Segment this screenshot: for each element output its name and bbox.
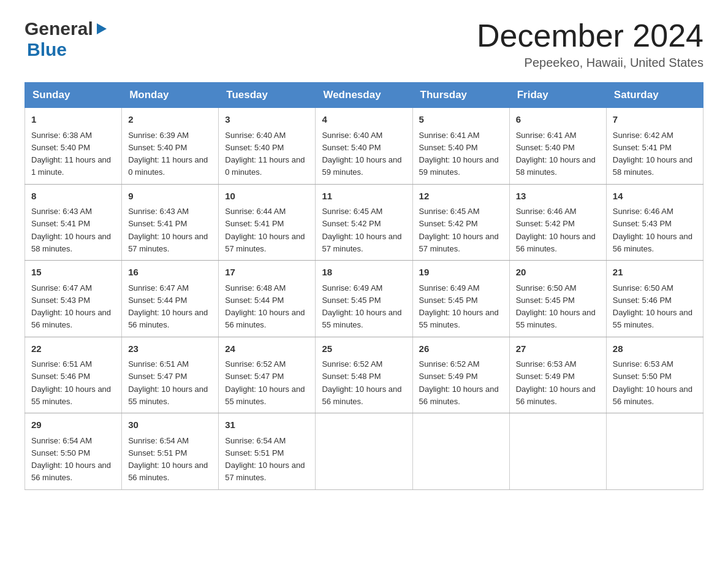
day-number: 12	[419, 190, 503, 204]
weekday-header-saturday: Saturday	[606, 83, 703, 108]
day-info: Sunrise: 6:38 AMSunset: 5:40 PMDaylight:…	[31, 131, 111, 177]
day-info: Sunrise: 6:54 AMSunset: 5:51 PMDaylight:…	[128, 436, 208, 483]
day-number: 11	[322, 190, 406, 204]
day-info: Sunrise: 6:45 AMSunset: 5:42 PMDaylight:…	[419, 207, 499, 253]
week-row-1: 1Sunrise: 6:38 AMSunset: 5:40 PMDaylight…	[25, 108, 703, 185]
day-cell-12: 12Sunrise: 6:45 AMSunset: 5:42 PMDayligh…	[412, 184, 509, 261]
day-cell-14: 14Sunrise: 6:46 AMSunset: 5:43 PMDayligh…	[606, 184, 703, 261]
empty-cell	[606, 413, 703, 490]
calendar-table: SundayMondayTuesdayWednesdayThursdayFrid…	[25, 82, 703, 490]
day-number: 29	[31, 418, 115, 432]
day-cell-26: 26Sunrise: 6:52 AMSunset: 5:49 PMDayligh…	[412, 337, 509, 413]
day-cell-29: 29Sunrise: 6:54 AMSunset: 5:50 PMDayligh…	[25, 413, 122, 490]
day-info: Sunrise: 6:46 AMSunset: 5:42 PMDaylight:…	[516, 207, 596, 253]
day-cell-31: 31Sunrise: 6:54 AMSunset: 5:51 PMDayligh…	[219, 413, 316, 490]
day-number: 5	[419, 113, 503, 127]
weekday-header-friday: Friday	[509, 83, 606, 108]
day-info: Sunrise: 6:51 AMSunset: 5:47 PMDaylight:…	[128, 359, 208, 406]
month-title: December 2024	[477, 18, 703, 53]
day-info: Sunrise: 6:49 AMSunset: 5:45 PMDaylight:…	[322, 283, 401, 330]
day-info: Sunrise: 6:41 AMSunset: 5:40 PMDaylight:…	[419, 131, 499, 177]
day-info: Sunrise: 6:54 AMSunset: 5:51 PMDaylight:…	[225, 436, 305, 483]
day-info: Sunrise: 6:53 AMSunset: 5:49 PMDaylight:…	[516, 359, 596, 406]
day-cell-18: 18Sunrise: 6:49 AMSunset: 5:45 PMDayligh…	[316, 261, 412, 337]
empty-cell	[316, 413, 412, 490]
day-info: Sunrise: 6:48 AMSunset: 5:44 PMDaylight:…	[225, 283, 305, 330]
day-info: Sunrise: 6:52 AMSunset: 5:48 PMDaylight:…	[322, 359, 401, 406]
day-info: Sunrise: 6:40 AMSunset: 5:40 PMDaylight:…	[322, 131, 401, 177]
day-cell-20: 20Sunrise: 6:50 AMSunset: 5:45 PMDayligh…	[509, 261, 606, 337]
day-cell-19: 19Sunrise: 6:49 AMSunset: 5:45 PMDayligh…	[412, 261, 509, 337]
week-row-4: 22Sunrise: 6:51 AMSunset: 5:46 PMDayligh…	[25, 337, 703, 413]
day-cell-13: 13Sunrise: 6:46 AMSunset: 5:42 PMDayligh…	[509, 184, 606, 261]
week-row-3: 15Sunrise: 6:47 AMSunset: 5:43 PMDayligh…	[25, 261, 703, 337]
day-number: 4	[322, 113, 406, 127]
day-number: 16	[128, 266, 212, 280]
day-number: 1	[31, 113, 115, 127]
logo-general: General	[25, 18, 93, 39]
day-cell-6: 6Sunrise: 6:41 AMSunset: 5:40 PMDaylight…	[509, 108, 606, 185]
day-cell-24: 24Sunrise: 6:52 AMSunset: 5:47 PMDayligh…	[219, 337, 316, 413]
svg-marker-0	[97, 23, 107, 34]
day-number: 2	[128, 113, 212, 127]
day-cell-21: 21Sunrise: 6:50 AMSunset: 5:46 PMDayligh…	[606, 261, 703, 337]
weekday-header-wednesday: Wednesday	[316, 83, 412, 108]
empty-cell	[509, 413, 606, 490]
day-info: Sunrise: 6:52 AMSunset: 5:47 PMDaylight:…	[225, 359, 305, 406]
logo-blue: Blue	[25, 39, 67, 59]
day-number: 18	[322, 266, 406, 280]
day-cell-16: 16Sunrise: 6:47 AMSunset: 5:44 PMDayligh…	[122, 261, 219, 337]
day-number: 7	[613, 113, 697, 127]
day-cell-22: 22Sunrise: 6:51 AMSunset: 5:46 PMDayligh…	[25, 337, 122, 413]
day-cell-11: 11Sunrise: 6:45 AMSunset: 5:42 PMDayligh…	[316, 184, 412, 261]
day-number: 22	[31, 342, 115, 356]
day-info: Sunrise: 6:50 AMSunset: 5:45 PMDaylight:…	[516, 283, 596, 330]
day-number: 15	[31, 266, 115, 280]
day-info: Sunrise: 6:50 AMSunset: 5:46 PMDaylight:…	[613, 283, 692, 330]
day-info: Sunrise: 6:47 AMSunset: 5:43 PMDaylight:…	[31, 283, 111, 330]
day-info: Sunrise: 6:54 AMSunset: 5:50 PMDaylight:…	[31, 436, 111, 483]
day-info: Sunrise: 6:53 AMSunset: 5:50 PMDaylight:…	[613, 359, 692, 406]
location: Pepeekeo, Hawaii, United States	[477, 56, 703, 70]
logo: General Blue	[25, 18, 108, 60]
day-cell-30: 30Sunrise: 6:54 AMSunset: 5:51 PMDayligh…	[122, 413, 219, 490]
day-number: 21	[613, 266, 697, 280]
day-info: Sunrise: 6:49 AMSunset: 5:45 PMDaylight:…	[419, 283, 499, 330]
day-cell-27: 27Sunrise: 6:53 AMSunset: 5:49 PMDayligh…	[509, 337, 606, 413]
day-info: Sunrise: 6:42 AMSunset: 5:41 PMDaylight:…	[613, 131, 692, 177]
day-number: 27	[516, 342, 600, 356]
day-info: Sunrise: 6:43 AMSunset: 5:41 PMDaylight:…	[31, 207, 111, 253]
day-cell-3: 3Sunrise: 6:40 AMSunset: 5:40 PMDaylight…	[219, 108, 316, 185]
day-cell-2: 2Sunrise: 6:39 AMSunset: 5:40 PMDaylight…	[122, 108, 219, 185]
day-number: 14	[613, 190, 697, 204]
day-number: 13	[516, 190, 600, 204]
day-number: 30	[128, 418, 212, 432]
day-info: Sunrise: 6:44 AMSunset: 5:41 PMDaylight:…	[225, 207, 305, 253]
day-info: Sunrise: 6:52 AMSunset: 5:49 PMDaylight:…	[419, 359, 499, 406]
day-info: Sunrise: 6:39 AMSunset: 5:40 PMDaylight:…	[128, 131, 208, 177]
day-cell-4: 4Sunrise: 6:40 AMSunset: 5:40 PMDaylight…	[316, 108, 412, 185]
day-info: Sunrise: 6:46 AMSunset: 5:43 PMDaylight:…	[613, 207, 692, 253]
day-number: 19	[419, 266, 503, 280]
weekday-header-sunday: Sunday	[25, 83, 122, 108]
day-cell-10: 10Sunrise: 6:44 AMSunset: 5:41 PMDayligh…	[219, 184, 316, 261]
logo-arrow-icon	[94, 22, 108, 36]
day-info: Sunrise: 6:40 AMSunset: 5:40 PMDaylight:…	[225, 131, 305, 177]
page-header: General Blue December 2024 Pepeekeo, Haw…	[25, 18, 703, 70]
empty-cell	[412, 413, 509, 490]
day-cell-5: 5Sunrise: 6:41 AMSunset: 5:40 PMDaylight…	[412, 108, 509, 185]
weekday-header-monday: Monday	[122, 83, 219, 108]
day-number: 17	[225, 266, 309, 280]
day-number: 31	[225, 418, 309, 432]
day-cell-28: 28Sunrise: 6:53 AMSunset: 5:50 PMDayligh…	[606, 337, 703, 413]
weekday-header-tuesday: Tuesday	[219, 83, 316, 108]
day-info: Sunrise: 6:51 AMSunset: 5:46 PMDaylight:…	[31, 359, 111, 406]
day-info: Sunrise: 6:43 AMSunset: 5:41 PMDaylight:…	[128, 207, 208, 253]
day-number: 26	[419, 342, 503, 356]
day-cell-1: 1Sunrise: 6:38 AMSunset: 5:40 PMDaylight…	[25, 108, 122, 185]
day-number: 24	[225, 342, 309, 356]
day-cell-7: 7Sunrise: 6:42 AMSunset: 5:41 PMDaylight…	[606, 108, 703, 185]
day-cell-25: 25Sunrise: 6:52 AMSunset: 5:48 PMDayligh…	[316, 337, 412, 413]
day-cell-9: 9Sunrise: 6:43 AMSunset: 5:41 PMDaylight…	[122, 184, 219, 261]
day-number: 8	[31, 190, 115, 204]
